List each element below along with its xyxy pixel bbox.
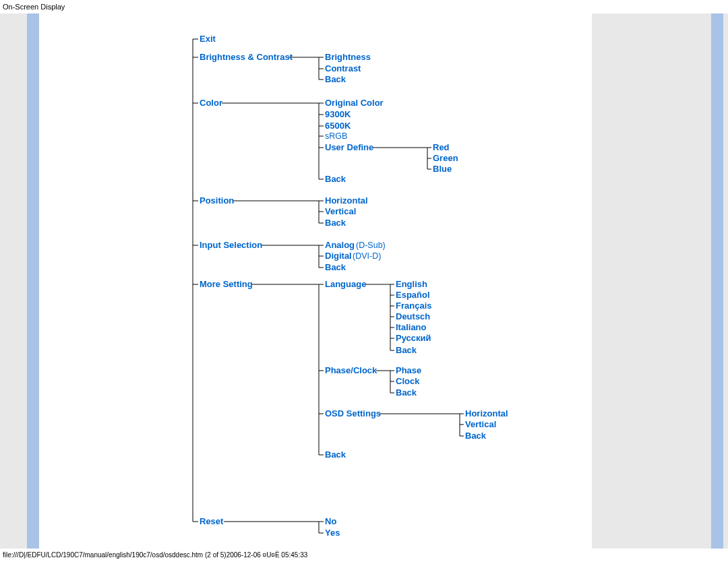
lang-italiano: Italiano <box>396 322 427 332</box>
input-analog: Analog <box>325 240 355 250</box>
menu-input-selection: Input Selection <box>200 240 262 250</box>
color-back: Back <box>325 174 346 184</box>
pc-phase: Phase <box>396 365 421 375</box>
lang-russian: Русский <box>396 333 431 343</box>
position-back: Back <box>325 218 346 228</box>
tree-connector-lines <box>39 13 592 549</box>
menu-exit: Exit <box>200 34 216 44</box>
userdef-red: Red <box>433 142 450 152</box>
moresetting-back: Back <box>325 449 346 460</box>
page-title: On-Screen Display <box>0 0 728 13</box>
lang-english: English <box>396 279 427 289</box>
input-back: Back <box>325 262 346 272</box>
osd-vertical: Vertical <box>465 419 496 429</box>
menu-position: Position <box>200 195 234 206</box>
lang-espanol: Español <box>396 290 430 300</box>
osd-horizontal: Horizontal <box>465 408 508 418</box>
color-6500k: 6500K <box>325 121 351 131</box>
color-user-define: User Define <box>325 142 373 152</box>
menu-brightness-contrast: Brightness & Contrast <box>200 52 293 62</box>
footer-path: file:///D|/EDFU/LCD/190C7/manual/english… <box>0 549 728 559</box>
menu-color: Color <box>200 98 222 108</box>
userdef-blue: Blue <box>433 164 452 174</box>
reset-no: No <box>325 516 336 526</box>
decorative-stripe-left <box>27 13 39 549</box>
osd-back: Back <box>465 431 486 441</box>
moresetting-language: Language <box>325 279 366 289</box>
menu-more-setting: More Setting <box>200 279 253 289</box>
color-original: Original Color <box>325 98 384 108</box>
input-digital-sub: (DVI-D) <box>353 251 381 261</box>
menu-reset: Reset <box>200 516 223 526</box>
color-srgb: sRGB <box>325 131 347 141</box>
position-horizontal: Horizontal <box>325 195 368 206</box>
lang-francais: Français <box>396 301 431 311</box>
bc-contrast: Contrast <box>325 63 361 73</box>
pc-clock: Clock <box>396 376 419 386</box>
color-9300k: 9300K <box>325 109 351 119</box>
input-digital: Digital <box>325 251 352 261</box>
lang-back: Back <box>396 345 417 355</box>
page-background: Exit Brightness & Contrast Color Positio… <box>0 13 728 549</box>
osd-tree-diagram: Exit Brightness & Contrast Color Positio… <box>39 13 592 549</box>
position-vertical: Vertical <box>325 206 356 216</box>
decorative-stripe-right <box>711 13 723 549</box>
reset-yes: Yes <box>325 528 340 538</box>
moresetting-osd: OSD Settings <box>325 408 381 418</box>
bc-brightness: Brightness <box>325 52 371 62</box>
userdef-green: Green <box>433 153 458 163</box>
lang-deutsch: Deutsch <box>396 311 430 321</box>
moresetting-phaseclock: Phase/Clock <box>325 365 377 375</box>
bc-back: Back <box>325 74 346 84</box>
input-analog-sub: (D-Sub) <box>356 241 386 250</box>
pc-back: Back <box>396 387 417 398</box>
